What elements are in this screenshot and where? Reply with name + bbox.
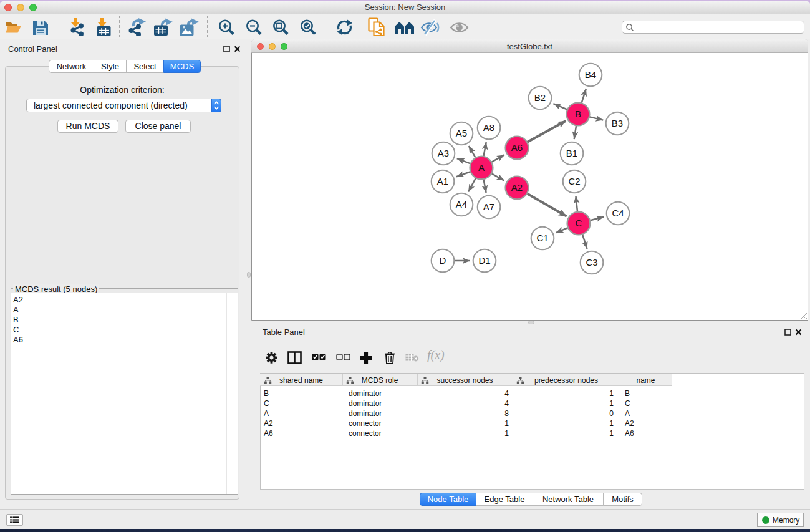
svg-text:A1: A1 — [437, 176, 448, 186]
svg-text:A5: A5 — [456, 128, 467, 138]
svg-text:D1: D1 — [478, 255, 490, 266]
svg-text:A8: A8 — [483, 122, 494, 133]
svg-text:C2: C2 — [568, 176, 580, 186]
svg-text:B: B — [575, 109, 581, 119]
svg-text:D: D — [440, 255, 446, 266]
svg-text:C1: C1 — [536, 233, 548, 243]
svg-text:A7: A7 — [483, 201, 494, 212]
svg-text:B2: B2 — [534, 92, 546, 103]
svg-text:A2: A2 — [511, 182, 523, 193]
svg-text:A: A — [478, 162, 485, 173]
svg-text:B1: B1 — [566, 148, 577, 158]
svg-text:C4: C4 — [612, 208, 624, 218]
svg-text:B4: B4 — [585, 69, 596, 80]
svg-text:A4: A4 — [456, 199, 467, 210]
svg-text:A3: A3 — [438, 148, 449, 158]
svg-text:B3: B3 — [612, 118, 623, 128]
svg-text:C: C — [576, 218, 582, 228]
svg-text:C3: C3 — [586, 257, 597, 268]
svg-text:A6: A6 — [511, 142, 523, 153]
